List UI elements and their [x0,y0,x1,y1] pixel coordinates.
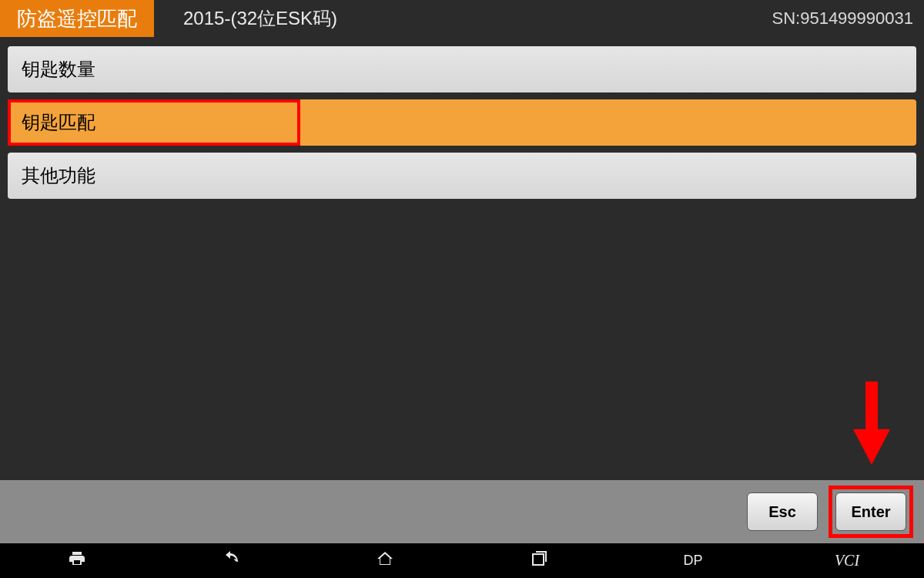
menu-item-other-functions[interactable]: 其他功能 [8,153,916,199]
back-icon [222,549,240,572]
model-label: 2015-(32位ESK码) [183,6,772,31]
nav-dp[interactable]: DP [616,543,770,578]
menu-item-key-count[interactable]: 钥匙数量 [8,46,916,92]
menu-list: 钥匙数量 钥匙匹配 其他功能 [0,37,924,480]
menu-item-key-match[interactable]: 钥匙匹配 [8,99,916,146]
serial-number: SN:951499990031 [772,8,914,29]
esc-button[interactable]: Esc [747,492,818,531]
footer-bar: Esc Enter [0,480,924,543]
system-navbar: DP VCI [0,543,924,578]
menu-item-label: 钥匙数量 [22,57,95,82]
menu-item-label: 钥匙匹配 [22,110,95,135]
nav-vci[interactable]: VCI [770,543,924,578]
nav-home[interactable] [308,543,462,578]
vci-label: VCI [835,552,859,570]
nav-print[interactable] [0,543,154,578]
printer-icon [68,549,86,572]
top-bar: 防盗遥控匹配 2015-(32位ESK码) SN:951499990031 [0,0,924,37]
menu-item-label: 其他功能 [22,163,95,188]
dp-label: DP [683,553,702,569]
nav-back[interactable] [154,543,308,578]
enter-button[interactable]: Enter [835,492,906,531]
home-icon [376,549,394,572]
annotation-enter-highlight: Enter [829,486,913,538]
function-tag: 防盗遥控匹配 [0,0,154,37]
nav-recents[interactable] [462,543,616,578]
recents-icon [530,549,548,572]
